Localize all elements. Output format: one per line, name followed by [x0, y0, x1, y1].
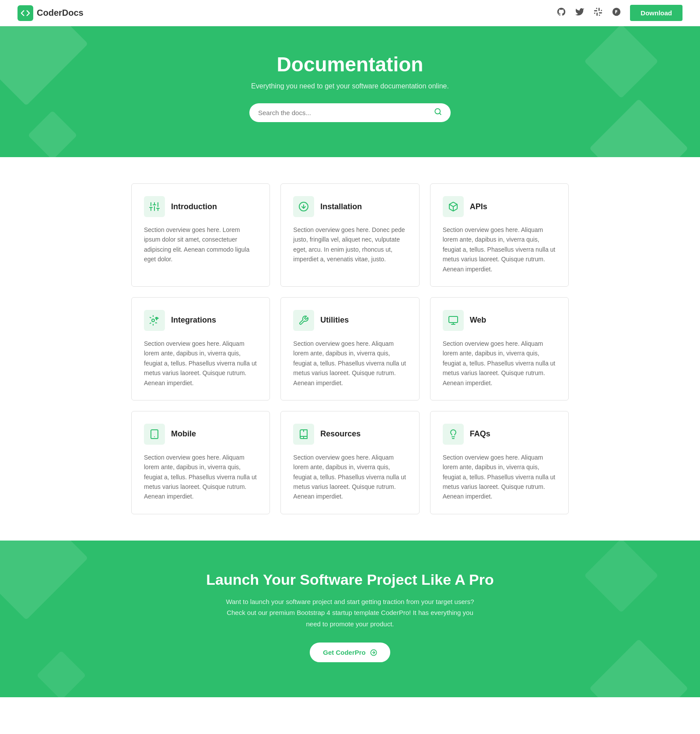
card-title-apis: APIs — [470, 202, 487, 211]
hero-section: Documentation Everything you need to get… — [0, 26, 700, 157]
card-body-introduction: Section overview goes here. Lorem ipsum … — [144, 225, 257, 264]
slack-icon[interactable] — [593, 7, 603, 19]
card-title-integrations: Integrations — [171, 316, 216, 325]
card-body-utilities: Section overview goes here. Aliquam lore… — [293, 339, 406, 388]
card-title-introduction: Introduction — [171, 202, 217, 211]
card-title-utilities: Utilities — [320, 316, 349, 325]
navbar-right: Download — [556, 5, 682, 21]
card-title-mobile: Mobile — [171, 429, 196, 439]
card-body-integrations: Section overview goes here. Aliquam lore… — [144, 339, 257, 388]
svg-line-2 — [439, 113, 441, 114]
card-title-web: Web — [470, 316, 486, 325]
card-header-mobile: Mobile — [144, 424, 257, 445]
card-introduction[interactable]: Introduction Section overview goes here.… — [131, 183, 270, 287]
twitter-icon[interactable] — [575, 7, 584, 19]
lightbulb-icon — [443, 424, 464, 445]
hero-decoration-2 — [28, 110, 77, 157]
card-title-resources: Resources — [320, 429, 360, 439]
footer-cta-title: Launch Your Software Project Like A Pro — [18, 571, 682, 588]
sliders-icon — [144, 196, 165, 217]
search-bar — [249, 103, 451, 122]
brand-name: CoderDocs — [37, 8, 84, 18]
download-icon — [293, 196, 314, 217]
get-coderpro-label: Get CoderPro — [323, 649, 366, 656]
card-header-faqs: FAQs — [443, 424, 556, 445]
navbar: CoderDocs — [0, 0, 700, 26]
hero-title: Documentation — [9, 53, 691, 76]
hero-subtitle: Everything you need to get your software… — [9, 82, 691, 90]
footer-cta-text: Want to launch your software project and… — [223, 596, 477, 630]
cogs-icon — [144, 310, 165, 331]
card-body-mobile: Section overview goes here. Aliquam lore… — [144, 453, 257, 502]
arrow-right-icon — [370, 649, 377, 656]
card-title-installation: Installation — [320, 202, 362, 211]
books-icon — [293, 424, 314, 445]
footer-decoration-2 — [36, 651, 86, 698]
card-title-faqs: FAQs — [470, 429, 490, 439]
search-button[interactable] — [434, 108, 442, 118]
card-header-apis: APIs — [443, 196, 556, 217]
card-faqs[interactable]: FAQs Section overview goes here. Aliquam… — [430, 411, 569, 514]
card-header-installation: Installation — [293, 196, 406, 217]
card-mobile[interactable]: Mobile Section overview goes here. Aliqu… — [131, 411, 270, 514]
card-header-resources: Resources — [293, 424, 406, 445]
card-utilities[interactable]: Utilities Section overview goes here. Al… — [280, 297, 419, 400]
card-header-introduction: Introduction — [144, 196, 257, 217]
card-web[interactable]: Web Section overview goes here. Aliquam … — [430, 297, 569, 400]
svg-point-15 — [152, 319, 154, 322]
tablet-icon — [144, 424, 165, 445]
brand-icon — [18, 5, 33, 21]
card-header-integrations: Integrations — [144, 310, 257, 331]
cards-section: Introduction Section overview goes here.… — [0, 157, 700, 541]
cards-grid: Introduction Section overview goes here.… — [131, 183, 569, 514]
card-header-web: Web — [443, 310, 556, 331]
box-icon — [443, 196, 464, 217]
card-body-web: Section overview goes here. Aliquam lore… — [443, 339, 556, 388]
search-input[interactable] — [258, 109, 434, 116]
svg-rect-17 — [449, 316, 458, 323]
download-button[interactable]: Download — [630, 5, 682, 21]
product-hunt-icon[interactable] — [612, 7, 621, 19]
card-body-resources: Section overview goes here. Aliquam lore… — [293, 453, 406, 502]
card-installation[interactable]: Installation Section overview goes here.… — [280, 183, 419, 287]
card-integrations[interactable]: Integrations Section overview goes here.… — [131, 297, 270, 400]
card-header-utilities: Utilities — [293, 310, 406, 331]
brand-link[interactable]: CoderDocs — [18, 5, 84, 21]
card-body-apis: Section overview goes here. Aliquam lore… — [443, 225, 556, 274]
tools-icon — [293, 310, 314, 331]
monitor-icon — [443, 310, 464, 331]
card-body-installation: Section overview goes here. Donec pede j… — [293, 225, 406, 264]
get-coderpro-button[interactable]: Get CoderPro — [310, 643, 390, 662]
github-icon[interactable] — [556, 7, 566, 19]
card-resources[interactable]: Resources Section overview goes here. Al… — [280, 411, 419, 514]
card-apis[interactable]: APIs Section overview goes here. Aliquam… — [430, 183, 569, 287]
card-body-faqs: Section overview goes here. Aliquam lore… — [443, 453, 556, 502]
footer-cta-section: Launch Your Software Project Like A Pro … — [0, 541, 700, 698]
